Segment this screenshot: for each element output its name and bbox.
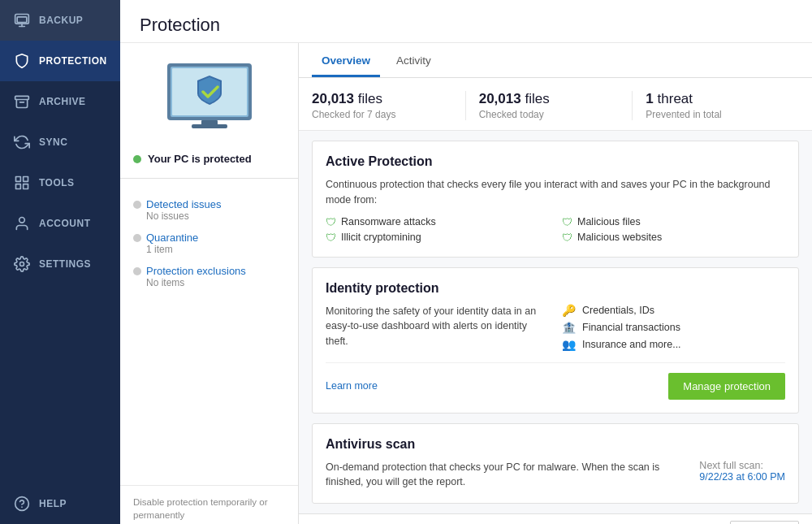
identity-card-footer: Learn more Manage protection [326, 362, 785, 400]
exclusions-link[interactable]: Protection exclusions [146, 265, 246, 277]
status-row: Your PC is protected [120, 146, 298, 171]
bottom-bar: Settings [299, 513, 812, 524]
identity-features: 🔑 Credentials, IDs 🏦 Financial transacti… [562, 304, 785, 351]
antivirus-scan-info: Next full scan: 9/22/23 at 6:00 PM [699, 460, 785, 491]
status-dot [133, 155, 141, 163]
identity-desc: Monitoring the safety of your identity d… [326, 304, 549, 351]
gear-icon [13, 255, 31, 273]
quarantine-item: Quarantine 1 item [133, 232, 285, 255]
detected-issues-link[interactable]: Detected issues [146, 198, 222, 210]
active-protection-title: Active Protection [326, 154, 785, 169]
exclusions-dot [133, 267, 141, 275]
sidebar-item-sync-label: SYNC [39, 136, 67, 148]
exclusions-item: Protection exclusions No items [133, 265, 285, 288]
feature-malicious-websites: 🛡 Malicious websites [562, 232, 785, 244]
shield-ransomware-icon: 🛡 [326, 216, 336, 228]
status-text: Your PC is protected [148, 153, 252, 165]
tabs-bar: Overview Activity [299, 43, 812, 78]
sidebar-item-account-label: ACCOUNT [39, 218, 91, 229]
active-protection-features: 🛡 Ransomware attacks 🛡 Malicious files 🛡… [326, 216, 785, 244]
stat-checked-7days-label: Checked for 7 days [312, 109, 452, 120]
quarantine-subtitle: 1 item [133, 244, 285, 255]
svg-rect-7 [24, 177, 28, 182]
quarantine-dot [133, 234, 141, 242]
svg-rect-6 [16, 177, 21, 182]
antivirus-scan-date: 9/22/23 at 6:00 PM [699, 471, 785, 483]
identity-feature-insurance: 👥 Insurance and more... [562, 338, 785, 351]
shield-malicious-files-icon: 🛡 [562, 216, 572, 228]
sidebar-item-tools[interactable]: TOOLS [0, 162, 120, 203]
active-protection-desc: Continuous protection that checks every … [326, 177, 785, 208]
content-area: Your PC is protected Detected issues No … [120, 43, 812, 524]
sidebar-item-sync[interactable]: SYNC [0, 122, 120, 162]
account-icon [13, 214, 31, 232]
antivirus-title: Antivirus scan [326, 437, 785, 452]
shield-cryptomining-icon: 🛡 [326, 232, 336, 244]
stat-threats-label: Prevented in total [646, 109, 786, 120]
stat-checked-7days-count: 20,013 files [312, 91, 452, 107]
financial-icon: 🏦 [562, 321, 576, 334]
main-area: Protection [120, 0, 812, 524]
sidebar-item-protection-label: PROTECTION [39, 55, 107, 67]
feature-cryptomining: 🛡 Illicit cryptomining [326, 232, 549, 244]
active-protection-card: Active Protection Continuous protection … [312, 141, 799, 258]
sidebar-item-archive[interactable]: ARCHIVE [0, 81, 120, 122]
detected-issues-item: Detected issues No issues [133, 198, 285, 222]
svg-point-11 [20, 262, 24, 266]
detected-issues-subtitle: No issues [133, 210, 285, 222]
left-section: Detected issues No issues Quarantine 1 i… [120, 192, 298, 301]
sidebar-item-account[interactable]: ACCOUNT [0, 203, 120, 244]
antivirus-card: Antivirus scan On-demand protection that… [312, 423, 799, 505]
quarantine-link[interactable]: Quarantine [146, 232, 198, 244]
sidebar-item-archive-label: ARCHIVE [39, 96, 86, 107]
identity-protection-card: Identity protection Monitoring the safet… [312, 267, 799, 414]
stats-row: 20,013 files Checked for 7 days 20,013 f… [299, 78, 812, 131]
insurance-icon: 👥 [562, 338, 576, 351]
sidebar-item-settings[interactable]: SETTINGS [0, 244, 120, 284]
svg-rect-1 [17, 17, 27, 23]
tab-overview[interactable]: Overview [312, 43, 380, 77]
svg-point-10 [19, 218, 25, 223]
sidebar-item-help[interactable]: HELP [0, 483, 120, 524]
stat-threats: 1 threat Prevented in total [632, 91, 799, 120]
stat-checked-today-count: 20,013 files [479, 91, 620, 107]
sidebar-item-help-label: HELP [39, 498, 67, 509]
left-panel: Your PC is protected Detected issues No … [120, 43, 299, 524]
identity-feature-financial: 🏦 Financial transactions [562, 321, 785, 334]
stat-threats-count: 1 threat [646, 91, 786, 107]
sync-icon [13, 133, 31, 151]
right-panel: Overview Activity 20,013 files Checked f… [299, 43, 812, 524]
identity-protection-title: Identity protection [326, 281, 785, 296]
manage-protection-button[interactable]: Manage protection [668, 373, 785, 400]
archive-icon [13, 93, 31, 110]
svg-rect-4 [15, 96, 29, 99]
feature-malicious-files: 🛡 Malicious files [562, 216, 785, 228]
divider-1 [120, 178, 298, 179]
identity-feature-credentials: 🔑 Credentials, IDs [562, 304, 785, 317]
cards-area: Active Protection Continuous protection … [299, 131, 812, 513]
sidebar-item-settings-label: SETTINGS [39, 258, 91, 270]
svg-rect-8 [24, 184, 28, 189]
sidebar-item-protection[interactable]: PROTECTION [0, 41, 120, 81]
key-icon: 🔑 [562, 304, 576, 317]
sidebar-item-tools-label: TOOLS [39, 177, 75, 188]
pause-section: Disable protection temporarily or perman… [120, 485, 298, 524]
stat-checked-today: 20,013 files Checked today [465, 91, 633, 120]
antivirus-scan-label: Next full scan: [699, 460, 785, 471]
detected-issues-dot [133, 201, 141, 209]
protection-icon [13, 52, 31, 70]
stat-checked-7days: 20,013 files Checked for 7 days [312, 91, 465, 120]
feature-ransomware: 🛡 Ransomware attacks [326, 216, 549, 228]
svg-rect-18 [192, 124, 227, 128]
sidebar-item-backup-label: BACKUP [39, 15, 83, 26]
tools-icon [13, 174, 31, 192]
sidebar-item-backup[interactable]: BACKUP [0, 0, 120, 41]
tab-activity[interactable]: Activity [387, 43, 441, 77]
learn-more-link[interactable]: Learn more [326, 380, 378, 392]
page-title: Protection [140, 15, 793, 36]
identity-layout: Monitoring the safety of your identity d… [326, 304, 785, 351]
antivirus-desc: On-demand protection that checks your PC… [326, 460, 680, 491]
svg-rect-9 [16, 184, 21, 189]
settings-button[interactable]: Settings [730, 521, 799, 524]
exclusions-subtitle: No items [133, 277, 285, 288]
